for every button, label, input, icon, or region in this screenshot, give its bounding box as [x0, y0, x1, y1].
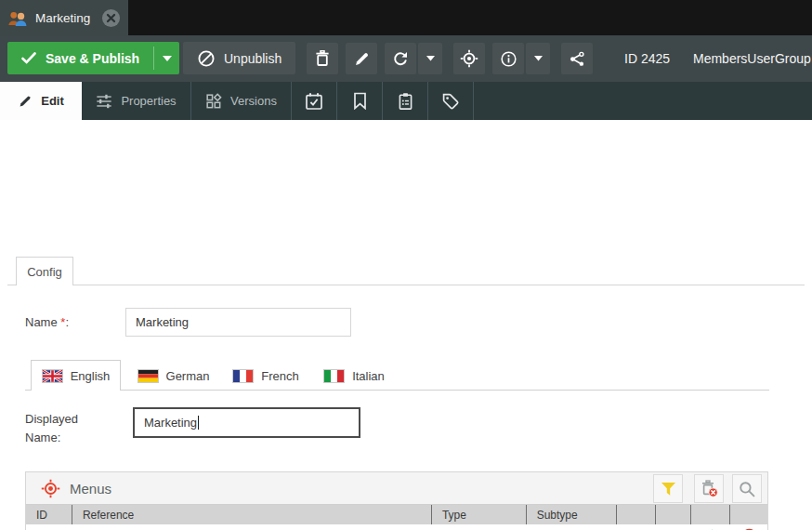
search-icon — [739, 481, 755, 497]
tab-notes-events[interactable] — [383, 82, 428, 120]
caret-down-icon — [426, 56, 435, 61]
menus-panel-title: Menus — [70, 481, 111, 497]
tab-edit[interactable]: Edit — [0, 82, 82, 120]
check-icon — [21, 52, 36, 64]
object-id-label: ID 2425 — [624, 35, 670, 82]
tab-schedule[interactable] — [292, 82, 337, 120]
locate-in-tree-button[interactable] — [453, 43, 485, 74]
toolbar: Save & Publish Unpublish — [0, 35, 812, 82]
displayed-name-value: Marketing — [144, 416, 197, 430]
lang-english-label: English — [71, 369, 111, 383]
info-button[interactable] — [492, 43, 524, 74]
pimcore-object-editor: Marketing Save & Publish — [0, 0, 812, 530]
tab-lang-german[interactable]: German — [135, 363, 212, 390]
name-input[interactable]: Marketing — [125, 308, 351, 337]
trash-icon — [313, 49, 332, 68]
language-tabstrip-line — [25, 390, 769, 391]
share-icon — [569, 50, 586, 68]
unpublish-label: Unpublish — [224, 51, 282, 66]
tab-lang-english[interactable]: English — [31, 360, 121, 391]
lang-italian-label: Italian — [352, 369, 385, 383]
text-caret — [198, 416, 199, 430]
table-row[interactable]: 2299 /DAM/Menu/Products/Accessories obje… — [26, 524, 767, 530]
name-label: Name *: — [25, 315, 69, 329]
rename-button[interactable] — [346, 43, 377, 74]
lang-french-label: French — [261, 369, 298, 383]
blocks-icon — [205, 93, 222, 110]
column-header-reference[interactable]: Reference — [72, 505, 432, 524]
editor-tab-bar: Edit Properties — [0, 82, 812, 120]
column-header-type[interactable]: Type — [432, 505, 527, 524]
tab-lang-french[interactable]: French — [232, 363, 299, 390]
column-header-id[interactable]: ID — [26, 505, 72, 524]
reload-split-button — [385, 43, 442, 74]
funnel-icon — [661, 482, 676, 497]
share-button[interactable] — [561, 43, 593, 74]
german-flag-icon — [138, 369, 159, 383]
reload-button[interactable] — [385, 43, 416, 74]
info-split-button — [492, 43, 550, 74]
save-publish-label: Save & Publish — [46, 51, 139, 66]
save-publish-split-button: Save & Publish — [7, 42, 179, 74]
caret-down-icon — [163, 56, 172, 61]
caret-down-icon — [534, 56, 543, 61]
tab-properties-label: Properties — [121, 94, 176, 108]
lang-german-label: German — [166, 369, 210, 383]
user-group-label: MembersUserGroup — [693, 35, 811, 82]
config-tabstrip-line — [7, 285, 805, 285]
target-icon — [460, 49, 478, 68]
filter-button[interactable] — [653, 474, 683, 503]
tab-bookmark[interactable] — [337, 82, 383, 120]
refresh-icon — [392, 50, 409, 67]
info-icon — [500, 50, 517, 68]
displayed-name-label: Displayed Name: — [25, 410, 109, 447]
tab-title: Marketing — [35, 11, 94, 25]
tab-properties[interactable]: Properties — [82, 82, 191, 120]
tab-config-label: Config — [27, 265, 62, 279]
menus-panel: Menus — [25, 471, 768, 530]
unpublish-button[interactable]: Unpublish — [183, 42, 295, 74]
sliders-icon — [96, 93, 112, 110]
column-header-subtype[interactable]: Subtype — [527, 505, 618, 524]
calendar-check-icon — [305, 92, 323, 111]
tab-edit-label: Edit — [41, 94, 64, 108]
target-icon-red — [41, 479, 60, 498]
close-icon[interactable] — [101, 8, 121, 28]
window-tab-bar: Marketing — [0, 0, 812, 35]
users-icon — [7, 10, 28, 26]
reload-options-button[interactable] — [418, 43, 442, 74]
menus-panel-header: Menus — [26, 472, 767, 505]
pencil-icon — [18, 94, 33, 109]
ban-icon — [197, 49, 216, 68]
tag-icon — [441, 92, 460, 111]
italian-flag-icon — [323, 369, 345, 383]
delete-button[interactable] — [307, 43, 338, 74]
grid-header: ID Reference Type Subtype — [26, 505, 767, 524]
object-tab-marketing[interactable]: Marketing — [0, 0, 128, 35]
name-value: Marketing — [136, 315, 189, 329]
tab-config[interactable]: Config — [16, 257, 73, 285]
pencil-icon — [353, 50, 371, 68]
tab-tags[interactable] — [428, 82, 474, 120]
uk-flag-icon — [42, 369, 63, 383]
info-options-button[interactable] — [526, 43, 550, 74]
tab-lang-italian[interactable]: Italian — [321, 363, 387, 390]
trash-x-icon — [700, 480, 718, 497]
tab-versions-label: Versions — [230, 94, 277, 108]
save-options-button[interactable] — [154, 42, 179, 74]
clipboard-icon — [397, 92, 414, 111]
save-publish-button[interactable]: Save & Publish — [7, 42, 153, 74]
bookmark-icon — [352, 92, 368, 110]
clear-all-button[interactable] — [694, 474, 724, 503]
displayed-name-input[interactable]: Marketing — [133, 407, 360, 438]
edit-panel: Config Name *: Marketing English — [0, 120, 812, 530]
tab-versions[interactable]: Versions — [191, 82, 292, 120]
french-flag-icon — [232, 369, 254, 383]
search-button[interactable] — [732, 474, 762, 503]
